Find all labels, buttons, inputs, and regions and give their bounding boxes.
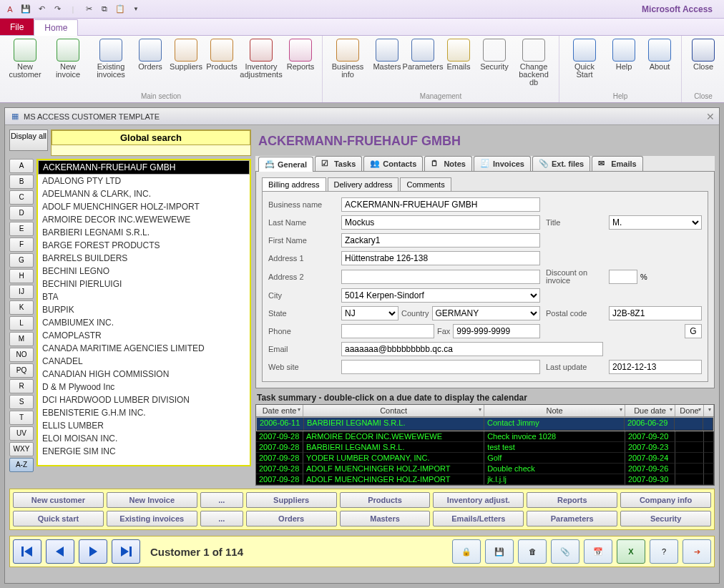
ribbon-orders[interactable]: Orders bbox=[133, 37, 167, 91]
tab-invoices[interactable]: 🧾Invoices bbox=[474, 156, 531, 171]
ribbon-help[interactable]: Help bbox=[607, 37, 641, 91]
lastupd-input[interactable] bbox=[609, 360, 702, 374]
ribbon-quick-start[interactable]: Quick Start bbox=[564, 37, 605, 91]
save-icon[interactable]: 💾 bbox=[20, 4, 31, 15]
g-button[interactable]: G bbox=[685, 324, 702, 338]
list-item[interactable]: CANADIAN HIGH COMMISSION bbox=[38, 368, 250, 381]
ribbon-inventory-adjustments[interactable]: Inventory adjustments bbox=[240, 37, 282, 91]
excel-button[interactable]: X bbox=[617, 539, 645, 564]
list-item[interactable]: CANADA MARITIME AGENCIES LIMITED bbox=[38, 342, 250, 355]
list-item[interactable]: D & M Plywood Inc bbox=[38, 381, 250, 393]
action--[interactable]: ... bbox=[200, 492, 243, 508]
subtab-billing[interactable]: Billing address bbox=[262, 177, 326, 191]
list-item[interactable]: ADALONG PTY LTD bbox=[38, 175, 250, 187]
email-input[interactable] bbox=[341, 342, 603, 356]
country-select[interactable]: GERMANY bbox=[432, 306, 540, 320]
list-item[interactable]: BARGE FOREST PRODUCTS bbox=[38, 239, 250, 252]
cut-icon[interactable]: ✂ bbox=[83, 4, 94, 15]
list-item[interactable]: ELLIS LUMBER bbox=[38, 419, 250, 432]
mdi-close-icon[interactable]: ✕ bbox=[706, 111, 715, 122]
redo-icon[interactable]: ↷ bbox=[52, 4, 63, 15]
action-security[interactable]: Security bbox=[620, 511, 711, 526]
az-wxy[interactable]: WXY bbox=[9, 442, 34, 456]
task-row[interactable]: 2006-06-11BARBIERI LEGNAMI S.R.L.Contact… bbox=[256, 417, 714, 431]
action-new-customer[interactable]: New customer bbox=[13, 492, 104, 508]
az-g[interactable]: G bbox=[9, 253, 34, 268]
tab-ext-files[interactable]: 📎Ext. files bbox=[532, 156, 590, 171]
tab-notes[interactable]: 🗒Notes bbox=[424, 156, 472, 171]
list-item[interactable]: CAMOPLASTR bbox=[38, 329, 250, 342]
ribbon-new-invoice[interactable]: New invoice bbox=[47, 37, 89, 91]
copy-icon[interactable]: ⧉ bbox=[99, 4, 110, 15]
list-item[interactable]: CANADEL bbox=[38, 355, 250, 368]
exit-button[interactable]: ➔ bbox=[683, 539, 711, 564]
az-k[interactable]: K bbox=[9, 300, 34, 315]
display-all-button[interactable]: Display all bbox=[9, 129, 48, 151]
action-new-invoice[interactable]: New Invoice bbox=[107, 492, 197, 508]
az-e[interactable]: E bbox=[9, 222, 34, 236]
list-item[interactable]: BURPIK bbox=[38, 303, 250, 316]
ribbon-emails[interactable]: Emails bbox=[441, 37, 476, 91]
list-item[interactable]: ADOLF MUENCHINGER HOLZ-IMPORT bbox=[38, 200, 250, 213]
az-pq[interactable]: PQ bbox=[9, 363, 34, 378]
last-name-input[interactable] bbox=[341, 215, 540, 230]
az-d[interactable]: D bbox=[9, 206, 34, 220]
az-a-z[interactable]: A-Z bbox=[9, 458, 34, 472]
address1-input[interactable] bbox=[341, 251, 540, 265]
title-select[interactable]: M. bbox=[609, 215, 702, 230]
az-a[interactable]: A bbox=[9, 159, 34, 173]
task-row[interactable]: 2007-09-28BARBIERI LEGNAMI S.R.L.test te… bbox=[256, 442, 714, 453]
undo-icon[interactable]: ↶ bbox=[36, 4, 47, 15]
web-input[interactable] bbox=[341, 360, 540, 374]
state-select[interactable]: NJ bbox=[341, 306, 398, 320]
subtab-delivery[interactable]: Delivery address bbox=[328, 177, 399, 191]
task-row[interactable]: 2007-09-28YODER LUMBER COMPANY, INC.Golf… bbox=[256, 453, 714, 464]
nav-next-button[interactable] bbox=[79, 539, 107, 564]
task-row[interactable]: 2007-09-28ADOLF MUENCHINGER HOLZ-IMPORTD… bbox=[256, 464, 714, 474]
ribbon-products[interactable]: Products bbox=[205, 37, 239, 91]
list-item[interactable]: ARMOIRE DECOR INC.WEWEWEWE bbox=[38, 213, 250, 226]
action--[interactable]: ... bbox=[200, 511, 243, 526]
customer-list[interactable]: ACKERMANN-FRUEHAUF GMBHADALONG PTY LTDAD… bbox=[36, 159, 251, 466]
tab-emails[interactable]: ✉Emails bbox=[592, 156, 642, 171]
az-c[interactable]: C bbox=[9, 190, 34, 205]
list-item[interactable]: ENERGIE SIM INC bbox=[38, 445, 250, 458]
action-reports[interactable]: Reports bbox=[527, 492, 617, 508]
nav-first-button[interactable] bbox=[13, 539, 41, 564]
tab-contacts[interactable]: 👥Contacts bbox=[363, 156, 423, 171]
paste-icon[interactable]: 📋 bbox=[114, 4, 126, 15]
delete-button[interactable]: 🗑 bbox=[518, 539, 547, 564]
ribbon-tab-home[interactable]: Home bbox=[34, 19, 78, 36]
task-row[interactable]: 2007-09-28ADOLF MUENCHINGER HOLZ-IMPORTj… bbox=[256, 474, 714, 485]
action-existing-invoices[interactable]: Existing invoices bbox=[107, 511, 197, 526]
ribbon-new-customer[interactable]: New customer bbox=[4, 37, 46, 91]
list-item[interactable]: DCI HARDWOOD LUMBER DIVISION bbox=[38, 393, 250, 406]
col-due[interactable]: Due date bbox=[625, 405, 675, 416]
list-item[interactable]: EBENISTERIE G.H.M INC. bbox=[38, 406, 250, 419]
action-orders[interactable]: Orders bbox=[246, 511, 337, 526]
list-item[interactable]: BTA bbox=[38, 290, 250, 303]
list-item[interactable]: CAMBIUMEX INC. bbox=[38, 316, 250, 329]
col-date[interactable]: Date ente bbox=[256, 405, 303, 416]
phone-input[interactable] bbox=[341, 324, 434, 338]
fax-input[interactable] bbox=[453, 324, 540, 338]
ribbon-existing-invoices[interactable]: Existing invoices bbox=[90, 37, 132, 91]
ribbon-security[interactable]: Security bbox=[477, 37, 512, 91]
az-s[interactable]: S bbox=[9, 395, 34, 409]
az-r[interactable]: R bbox=[9, 379, 34, 393]
tab-tasks[interactable]: ☑Tasks bbox=[315, 156, 362, 171]
action-emails-letters[interactable]: Emails/Letters bbox=[433, 511, 524, 526]
subtab-comments[interactable]: Comments bbox=[400, 177, 451, 191]
action-parameters[interactable]: Parameters bbox=[527, 511, 617, 526]
list-item[interactable]: BARRELS BUILDERS bbox=[38, 252, 250, 265]
ribbon-business-info[interactable]: Business info bbox=[327, 37, 368, 91]
ribbon-reports[interactable]: Reports bbox=[283, 37, 318, 91]
az-b[interactable]: B bbox=[9, 175, 34, 189]
az-f[interactable]: F bbox=[9, 237, 34, 252]
az-m[interactable]: M bbox=[9, 332, 34, 346]
nav-last-button[interactable] bbox=[112, 539, 140, 564]
postal-input[interactable] bbox=[609, 306, 702, 320]
lock-button[interactable]: 🔒 bbox=[452, 539, 481, 564]
task-table[interactable]: Date ente Contact Note Due date Done 200… bbox=[255, 404, 715, 486]
task-row[interactable]: 2007-09-28ARMOIRE DECOR INC.WEWEWEWEChec… bbox=[256, 431, 714, 442]
